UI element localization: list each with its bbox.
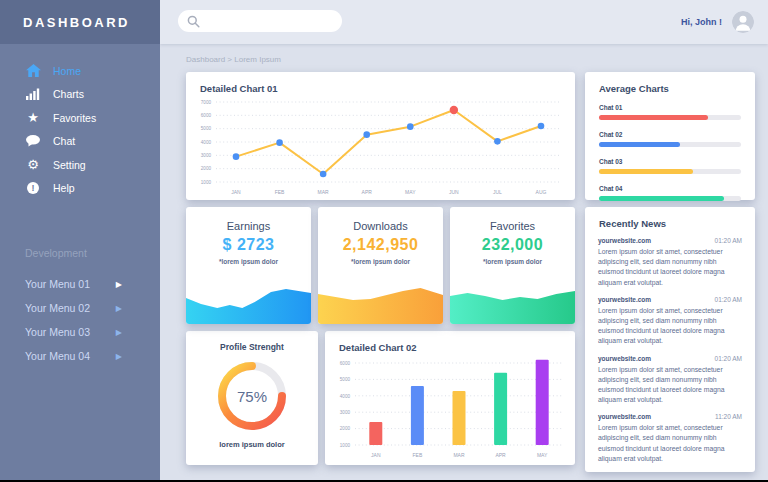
gear-icon: ⚙ <box>25 158 41 171</box>
dev-item-label: Your Menu 03 <box>25 326 90 338</box>
svg-text:3000: 3000 <box>201 153 212 158</box>
news-item[interactable]: yourwebsite.com01:20 AMLorem ipsum dolor… <box>585 237 755 288</box>
svg-text:APR: APR <box>362 189 373 195</box>
sidebar-item-label: Help <box>53 182 75 194</box>
news-body: Lorem ipsum dolor sit amet, consectetuer… <box>598 423 742 464</box>
svg-text:MAR: MAR <box>318 189 330 195</box>
sidebar-item-label: Favorites <box>53 112 96 124</box>
stat-note: *lorem ipsum dolor <box>318 258 443 265</box>
svg-text:6000: 6000 <box>340 361 351 366</box>
svg-text:JAN: JAN <box>231 189 241 195</box>
news-source: yourwebsite.com <box>598 355 651 362</box>
recently-news-title: Recently News <box>585 207 755 229</box>
average-bar-row: Chat 01 <box>585 104 755 120</box>
average-bar-row: Chat 03 <box>585 158 755 174</box>
chevron-right-icon: ▶ <box>116 304 122 313</box>
chevron-right-icon: ▶ <box>116 280 122 289</box>
sidebar-menu: HomeCharts★FavoritesChat⚙Setting!Help <box>0 59 160 200</box>
app-logo: DASHBOARD <box>0 0 160 44</box>
user-greeting: Hi, John ! <box>681 17 722 27</box>
recently-news-card: Recently News yourwebsite.com01:20 AMLor… <box>585 207 755 472</box>
progress-fill <box>599 115 708 120</box>
search-input[interactable] <box>206 16 333 26</box>
average-charts-card: Average Charts Chat 01Chat 02Chat 03Chat… <box>585 72 755 200</box>
detailed-chart-02-title: Detailed Chart 02 <box>325 331 575 353</box>
user-icon <box>732 11 754 33</box>
average-bar-label: Chat 03 <box>599 158 741 165</box>
sidebar-item-label: Charts <box>53 88 84 100</box>
area-sparkline <box>450 284 575 324</box>
svg-text:3000: 3000 <box>340 410 351 415</box>
sidebar-item-label: Home <box>53 65 81 77</box>
sidebar-item-home[interactable]: Home <box>0 59 160 83</box>
profile-strength-title: Profile Strenght <box>186 342 318 352</box>
svg-text:7000: 7000 <box>201 100 212 105</box>
main-content: Dashboard > Lorem Ipsum Detailed Chart 0… <box>160 44 768 482</box>
sidebar: DASHBOARD HomeCharts★FavoritesChat⚙Setti… <box>0 0 160 482</box>
sidebar-item-label: Setting <box>53 159 86 171</box>
news-item[interactable]: yourwebsite.com01:20 AMLorem ipsum dolor… <box>585 355 755 406</box>
sidebar-dev-item-2[interactable]: Your Menu 02▶ <box>0 296 160 320</box>
average-charts-bars: Chat 01Chat 02Chat 03Chat 04 <box>585 104 755 201</box>
average-bar-row: Chat 04 <box>585 185 755 201</box>
svg-text:MAY: MAY <box>405 189 416 195</box>
sidebar-dev-menu: Your Menu 01▶Your Menu 02▶Your Menu 03▶Y… <box>0 272 160 368</box>
sidebar-dev-item-1[interactable]: Your Menu 01▶ <box>0 272 160 296</box>
chat-icon <box>25 135 41 147</box>
svg-text:1000: 1000 <box>340 443 351 448</box>
svg-text:AUG: AUG <box>536 189 547 195</box>
stat-note: *lorem ipsum dolor <box>186 258 311 265</box>
stat-note: *lorem ipsum dolor <box>450 258 575 265</box>
average-bar-label: Chat 02 <box>599 131 741 138</box>
chevron-right-icon: ▶ <box>116 328 122 337</box>
svg-text:JUL: JUL <box>493 189 502 195</box>
sidebar-item-charts[interactable]: Charts <box>0 83 160 107</box>
detailed-chart-01-title: Detailed Chart 01 <box>186 72 575 94</box>
search-bar[interactable] <box>178 10 342 32</box>
news-time: 11:20 AM <box>715 413 742 420</box>
progress-fill <box>599 169 693 174</box>
svg-text:5000: 5000 <box>340 377 351 382</box>
svg-text:2000: 2000 <box>201 166 212 171</box>
avatar[interactable] <box>732 11 754 33</box>
news-body: Lorem ipsum dolor sit amet, consectetuer… <box>598 306 742 347</box>
bar-chart: 100020003000400050006000JANFEBMARAPRMAY <box>325 353 575 461</box>
news-list: yourwebsite.com01:20 AMLorem ipsum dolor… <box>585 237 755 464</box>
progress-fill <box>599 142 680 147</box>
average-charts-title: Average Charts <box>585 72 755 94</box>
svg-text:2000: 2000 <box>340 426 351 431</box>
sidebar-item-setting[interactable]: ⚙Setting <box>0 153 160 177</box>
stat-value: 2,142,950 <box>318 236 443 254</box>
sidebar-item-help[interactable]: !Help <box>0 177 160 201</box>
news-item[interactable]: yourwebsite.com11:20 AMLorem ipsum dolor… <box>585 413 755 464</box>
stat-value: 232,000 <box>450 236 575 254</box>
sidebar-item-label: Chat <box>53 135 75 147</box>
news-item[interactable]: yourwebsite.com01:20 AMLorem ipsum dolor… <box>585 296 755 347</box>
detailed-chart-02-card: Detailed Chart 02 1000200030004000500060… <box>325 331 575 465</box>
svg-text:4000: 4000 <box>201 140 212 145</box>
home-icon <box>25 64 41 77</box>
svg-text:6000: 6000 <box>201 113 212 118</box>
help-icon: ! <box>25 182 41 194</box>
average-bar-row: Chat 02 <box>585 131 755 147</box>
progress-track <box>599 142 741 147</box>
sidebar-dev-item-4[interactable]: Your Menu 04▶ <box>0 344 160 368</box>
sidebar-dev-item-3[interactable]: Your Menu 03▶ <box>0 320 160 344</box>
stat-value: $ 2723 <box>186 236 311 254</box>
stat-card-favorites: Favorites232,000*lorem ipsum dolor <box>450 207 575 324</box>
svg-text:5000: 5000 <box>201 126 212 131</box>
charts-icon <box>25 88 41 100</box>
news-source: yourwebsite.com <box>598 413 651 420</box>
news-time: 01:20 AM <box>715 355 742 362</box>
svg-text:JUN: JUN <box>449 189 459 195</box>
news-time: 01:20 AM <box>715 296 742 303</box>
stat-card-earnings: Earnings$ 2723*lorem ipsum dolor <box>186 207 311 324</box>
sidebar-item-chat[interactable]: Chat <box>0 130 160 154</box>
dev-item-label: Your Menu 04 <box>25 350 90 362</box>
svg-text:MAY: MAY <box>537 452 548 458</box>
news-source: yourwebsite.com <box>598 296 651 303</box>
sidebar-item-favorites[interactable]: ★Favorites <box>0 106 160 130</box>
chevron-right-icon: ▶ <box>116 352 122 361</box>
profile-strength-card: Profile Strenght 75% lorem ipsum dolor <box>186 331 318 465</box>
average-bar-label: Chat 04 <box>599 185 741 192</box>
